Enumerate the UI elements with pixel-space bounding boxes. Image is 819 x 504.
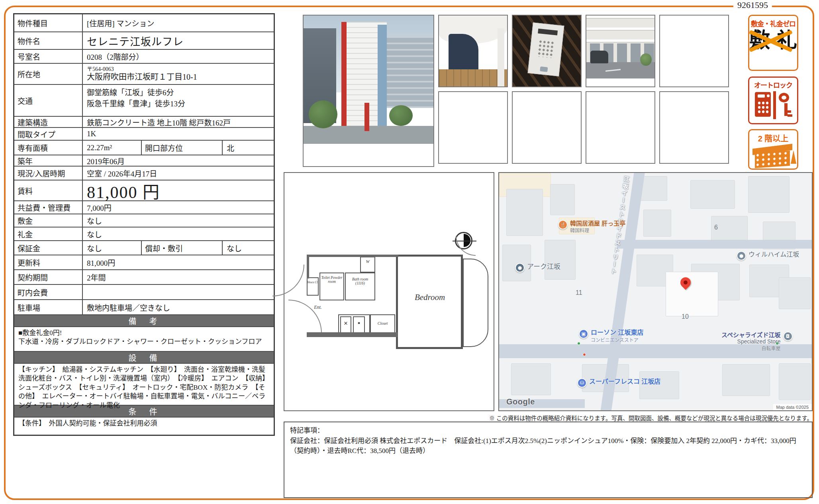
row-label: 契約期間 [14, 270, 83, 284]
building-icon [749, 145, 797, 169]
table-row: 交通 御堂筋線「江坂」徒歩6分 阪急千里線「豊津」徒歩13分 [14, 85, 274, 117]
row-label: 所在地 [14, 64, 83, 84]
poi-label: アーク江坂 [527, 263, 560, 271]
closet-label: Closet [371, 321, 394, 326]
address-cell: 〒564-0063 大阪府吹田市江坂町１丁目10-1 [83, 65, 274, 82]
table-row: 物件種目 [住居用] マンション [14, 14, 274, 32]
table-row: 共益費・管理費 7,000円 [14, 201, 274, 214]
wall [307, 255, 309, 278]
toilet-label: Toilet Powder room [320, 276, 343, 284]
table-row: 専有面積 22.27m² 開口部方位 北 [14, 141, 274, 155]
property-info-table: 物件種目 [住居用] マンション 物件名 セレニテ江坂ルフレ 号室名 0208（… [13, 13, 275, 436]
conditions-content-row: 【条件】 外国人契約可能・保証会社利用必須 [14, 418, 274, 435]
table-row: 保証金 なし 償却・敷引 なし [14, 241, 274, 255]
poi-sublabel: 自転車屋 [721, 345, 781, 351]
empty-photo-frame [659, 15, 729, 87]
block-number: 10 [682, 313, 689, 320]
row-value: 敷地内駐車場／空きなし [83, 301, 274, 314]
remarks-content-row: ■敷金礼金0円! 下水道・冷房・ダブルロックドア・シャワー・クローゼット・クッシ… [14, 327, 274, 352]
row-label: 物件名 [14, 32, 83, 49]
crossed-out-deposit-icon: 敷 礼 [749, 30, 797, 51]
poi-wilheim-esaka: ● ウィルハイム江坂 [737, 251, 799, 261]
badge-no-deposit-no-key-money: 敷金・礼金ゼロ 敷 礼 [748, 15, 798, 71]
row-value: なし [223, 242, 274, 254]
row-label: 礼金 [14, 227, 83, 240]
section-header-remarks: 備 考 [14, 315, 274, 327]
notes-body: 保証会社：保証会社利用必須 株式会社エポスカード 保証会社:(1)エポス月次2.… [290, 437, 796, 455]
row-label: 現況/入居時期 [14, 167, 83, 180]
bath-room [345, 273, 375, 300]
poi-sublabel: コンビニエンスストア [591, 336, 643, 343]
row-label: 共益費・管理費 [14, 201, 83, 214]
address: 大阪府吹田市江坂町１丁目10-1 [87, 73, 270, 82]
place-icon: ● [737, 251, 746, 261]
balcony-door-arc [456, 236, 476, 256]
poi-label: ウィルハイム江坂 [748, 251, 799, 258]
intercom-photo [512, 15, 582, 87]
row-value: 7,000円 [83, 201, 274, 214]
badge-second-floor-or-above: 2 階以上 [748, 129, 798, 170]
block-number: 11 [576, 289, 582, 296]
poi-lawson: ▣ ローソン 江坂東店 コンビニエンスストア [579, 329, 643, 343]
table-row: 築年 2019年06月 [14, 155, 274, 167]
poi-ark-esaka: ● アーク江坂 [515, 263, 560, 273]
empty-photo-frame [586, 91, 655, 164]
row-value: なし [83, 214, 274, 227]
disclaimer-text: ※ この資料は物件の概略紹介資料になります。写真、間取図面、設備、概要などが現況… [279, 414, 813, 422]
main-exterior-photo [303, 15, 434, 167]
postal-code: 〒564-0063 [87, 66, 270, 72]
intercom-key-icon [749, 91, 797, 120]
poi-restaurant: 🍴 韓国居酒屋 肝っ玉亭 韓国料理 [558, 220, 625, 233]
row-label: 間取タイプ [14, 128, 83, 140]
remarks-text: ■敷金礼金0円! 下水道・冷房・ダブルロックドア・シャワー・クローゼット・クッシ… [14, 327, 266, 348]
shoes-label: Shoes Cl. [307, 280, 319, 284]
convenience-store-icon: ▣ [579, 329, 588, 339]
bath-label: Bath room (1116) [347, 277, 373, 285]
row-value: 1K [83, 129, 274, 139]
place-icon: ● [515, 263, 525, 273]
row-label: 駐車場 [14, 300, 83, 314]
table-row: 間取タイプ 1K [14, 128, 274, 141]
table-row: 更新料 81,000円 [14, 255, 274, 270]
table-row: 駐車場 敷地内駐車場／空きなし [14, 300, 274, 315]
row-label: 開口部方位 [141, 141, 223, 155]
notes-title: 特記事項： [290, 427, 324, 434]
traffic-light-icon [583, 353, 586, 356]
table-row: 契約期間 2年間 [14, 270, 274, 285]
row-label: 交通 [14, 85, 83, 116]
row-label: 敷金 [14, 214, 83, 227]
section-header-equipment: 設 備 [14, 352, 274, 364]
lobby-image [439, 16, 507, 86]
table-row: 町内会費 [14, 285, 274, 300]
restaurant-icon: 🍴 [558, 220, 568, 229]
table-row: 敷金 なし [14, 214, 274, 227]
supermarket-icon: ⛁ [577, 378, 587, 388]
badge-label: 2 階以上 [749, 132, 797, 144]
row-value: 北 [223, 141, 274, 154]
row-value: 81,000円 [83, 256, 274, 269]
row-label: 保証金 [14, 241, 83, 255]
entrance-driveway-photo [586, 15, 655, 87]
table-row: 建築構造 鉄筋コンクリート造 地上10階 総戸数162戸 [14, 117, 274, 128]
row-value [83, 291, 274, 293]
rent-amount: 81,000 円 [83, 178, 274, 204]
table-row: 号室名 0208（2階部分） [14, 50, 274, 64]
row-value: 0208（2階部分） [83, 50, 274, 63]
building-exterior-image [304, 16, 433, 144]
lobby-photo [438, 15, 508, 87]
bedroom-label: Bedroom [404, 292, 456, 302]
row-label: 町内会費 [14, 285, 83, 299]
property-flyer-page: 9261595 物件種目 [住居用] マンション 物件名 セレニテ江坂ルフレ 号… [0, 0, 819, 504]
row-label: 物件種目 [14, 14, 83, 31]
location-map: 江坂イーストサイドストリート 6 11 10 🍴 韓国居酒屋 肝っ玉亭 韓国料理… [498, 172, 813, 411]
empty-photo-frame [512, 91, 582, 164]
balcony [463, 259, 488, 347]
table-row: 礼金 なし [14, 227, 274, 241]
table-row: 賃料 81,000 円 [14, 180, 274, 201]
outer-door-arc [272, 265, 304, 296]
washer-label: W [360, 259, 375, 264]
shoes-closet [307, 277, 319, 296]
row-value: なし [83, 228, 274, 240]
badge-label: 敷金・礼金ゼロ [749, 18, 797, 28]
driveway-image [586, 16, 654, 78]
